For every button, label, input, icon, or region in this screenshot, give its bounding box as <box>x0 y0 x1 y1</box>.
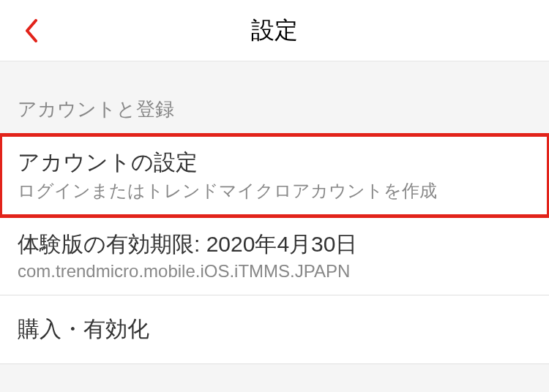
item-title: 体験版の有効期限: 2020年4月30日 <box>18 230 531 260</box>
list-item-purchase-activate[interactable]: 購入・有効化 <box>0 295 549 364</box>
item-subtitle: com.trendmicro.mobile.iOS.iTMMS.JPAPN <box>18 261 531 282</box>
back-icon <box>24 19 37 42</box>
item-title: アカウントの設定 <box>18 148 531 178</box>
list-item-trial-expiry[interactable]: 体験版の有効期限: 2020年4月30日 com.trendmicro.mobi… <box>0 216 549 295</box>
list-item-account-settings[interactable]: アカウントの設定 ログインまたはトレンドマイクロアカウントを作成 <box>0 135 549 216</box>
item-title: 購入・有効化 <box>18 309 531 350</box>
back-button[interactable] <box>15 15 47 47</box>
settings-list: アカウントの設定 ログインまたはトレンドマイクロアカウントを作成 体験版の有効期… <box>0 134 549 364</box>
header-bar: 設定 <box>0 0 549 61</box>
section-header-account: アカウントと登録 <box>0 61 549 134</box>
page-title: 設定 <box>0 15 549 47</box>
item-subtitle: ログインまたはトレンドマイクロアカウントを作成 <box>18 179 531 203</box>
